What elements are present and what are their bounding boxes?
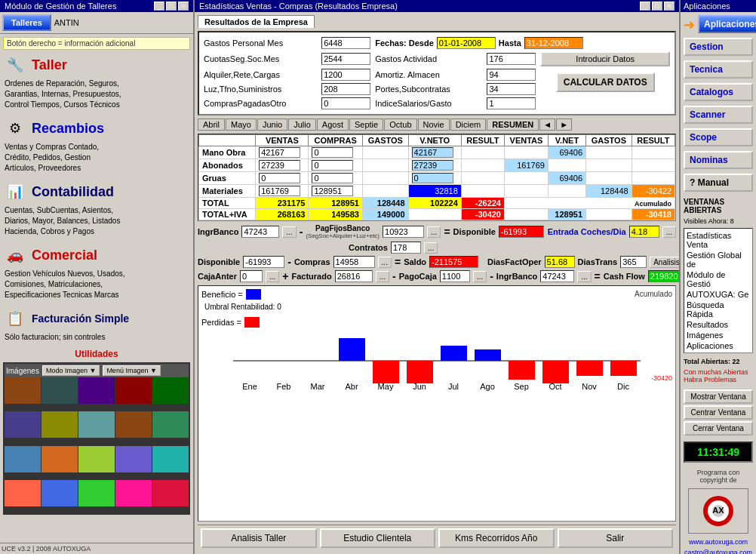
nominas-btn[interactable]: Nominas [684,151,753,169]
materiales-ventas[interactable] [256,185,309,198]
tecnica-btn[interactable]: Tecnica [684,60,753,78]
scope-btn[interactable]: Scope [684,128,753,146]
centrar-ventana-btn[interactable]: Centrar Ventana [684,405,753,420]
ingr-banco-input[interactable] [241,226,279,238]
tab-agost[interactable]: Agost [317,118,349,131]
tab-julio[interactable]: Julio [288,118,316,131]
email-label[interactable]: castro@autoxuga.com [684,549,753,554]
facturado-input[interactable] [335,270,373,282]
dias-fact-input[interactable] [545,256,575,268]
nav-next-btn[interactable]: ► [556,118,572,131]
intro-datos-btn[interactable]: Introducir Datos [540,51,670,66]
luz-input[interactable] [321,83,370,95]
gruas-vneto[interactable] [408,172,461,185]
entrada-coches-btn[interactable]: ... [662,226,676,238]
gruas-compras[interactable] [309,172,363,185]
aplicaciones-btn[interactable]: Aplicaciones [698,15,756,33]
dias-trans-input[interactable] [620,256,647,268]
close-btn[interactable]: × [178,2,189,11]
window-item-6[interactable]: Resultados [686,319,751,330]
portes-input[interactable] [487,83,536,95]
module-comercial[interactable]: 🚗 Comercial Gestion Vehículos Nuevos, Us… [3,243,190,300]
mano-obra-compras[interactable] [309,146,363,159]
tab-junio[interactable]: Junio [257,118,287,131]
tab-septie[interactable]: Septie [349,118,383,131]
alquiler-input[interactable] [321,69,370,81]
pago-caja-btn[interactable]: ... [473,271,487,282]
scanner-btn[interactable]: Scanner [684,106,753,124]
ingr-banco2-input[interactable] [540,270,574,282]
window-item-3[interactable]: Módulo de Gestió [686,269,751,289]
tab-resultados[interactable]: Resultados de la Empresa [198,15,315,28]
saldo-input[interactable] [429,256,478,268]
module-recambios[interactable]: ⚙ Recambios Ventas y Compras Contado,Cré… [3,116,190,174]
mid-minimize-btn[interactable]: _ [640,2,650,11]
mano-obra-ventas[interactable] [256,146,309,159]
pag-fijos-btn[interactable]: ... [427,226,441,238]
cuotas-input[interactable] [321,53,370,65]
calcular-datos-btn[interactable]: CALCULAR DATOS [556,72,655,92]
mostrar-ventana-btn[interactable]: Mostrar Ventana [684,389,753,404]
cerrar-ventana-btn[interactable]: Cerrar Ventana [684,421,753,436]
module-contabilidad[interactable]: 📊 Contabilidad Cuentas, SubCuentas, Asie… [3,180,190,237]
contratos-input[interactable] [391,242,421,254]
web-label[interactable]: www.autoxuga.com [684,538,753,546]
talleres-button[interactable]: Talleres [2,14,51,31]
compras2-btn[interactable]: ... [378,257,392,268]
caja-anter-input[interactable] [240,270,263,282]
fecha-hasta-input[interactable] [524,37,583,49]
tab-resumen[interactable]: RESUMEN [487,118,539,131]
maximize-btn[interactable]: □ [166,2,177,11]
window-item-7[interactable]: Imágenes [686,330,751,340]
window-item-1[interactable]: Estadísticas Venta [686,230,751,250]
gastos-actividad-input[interactable] [487,53,536,65]
manual-btn[interactable]: ? Manual [684,174,753,192]
ingr-banco2-btn[interactable]: ... [577,271,591,282]
gastos-personal-input[interactable] [321,37,370,49]
window-item-2[interactable]: Gestión Global de [686,250,751,269]
module-taller[interactable]: 🔧 Taller Ordenes de Reparación, Seguros,… [3,53,190,110]
disponible-input[interactable] [499,226,544,238]
mid-maximize-btn[interactable]: □ [652,2,662,11]
abonados-ventas[interactable] [256,159,309,172]
ingr-banco-btn[interactable]: ... [282,226,296,238]
caja-anter-btn[interactable]: ... [266,271,279,282]
facturado-btn[interactable]: ... [376,271,389,282]
minimize-btn[interactable]: _ [154,2,164,11]
tab-mayo[interactable]: Mayo [226,118,257,131]
contratos-btn[interactable]: ... [424,242,438,254]
window-item-8[interactable]: Aplicaciones [686,340,751,351]
windows-list[interactable]: Estadísticas Venta Gestión Global de Mód… [684,228,753,353]
fecha-desde-input[interactable] [437,37,496,49]
entrada-coches-input[interactable] [629,226,659,238]
abonados-vneto[interactable] [408,159,461,172]
indice-input[interactable] [487,97,536,109]
amortiz-input[interactable] [487,69,536,81]
pag-fijos-input[interactable] [383,226,424,238]
gestion-btn[interactable]: Gestion [684,38,753,56]
materiales-compras[interactable] [309,185,363,198]
kms-recorridos-btn[interactable]: Kms Recorridos Año [438,528,555,548]
materiales-vneto[interactable]: 32818 [408,185,461,198]
mano-obra-vneto[interactable] [408,146,461,159]
tab-diciem[interactable]: Diciem [450,118,487,131]
pago-caja-input[interactable] [440,270,470,282]
abonados-compras[interactable] [309,159,363,172]
nav-prev-btn[interactable]: ◄ [539,118,555,131]
window-item-4[interactable]: AUTOXUGA: Ge [686,289,751,300]
utilidades-label[interactable]: Utilidades [3,349,190,359]
analisis-taller-btn[interactable]: Analisis Taller [201,528,317,548]
salir-btn[interactable]: Salir [558,528,674,548]
catalogos-btn[interactable]: Catalogos [684,83,753,101]
tab-octub[interactable]: Octub [384,118,416,131]
menu-imagen-btn[interactable]: Menú Imagen ▼ [103,365,160,376]
compras2-input[interactable] [333,256,375,268]
mid-close-btn[interactable]: × [664,2,675,11]
window-item-5[interactable]: Búsqueda Rápida [686,300,751,319]
estudio-clientela-btn[interactable]: Estudio Clientela [320,528,436,548]
tab-novie[interactable]: Novie [418,118,450,131]
disponible2-input[interactable] [243,256,284,268]
gruas-ventas[interactable] [256,172,309,185]
compras-input[interactable] [321,97,370,109]
module-facturacion[interactable]: 📋 Facturación Simple Sólo facturacion; s… [3,306,190,343]
